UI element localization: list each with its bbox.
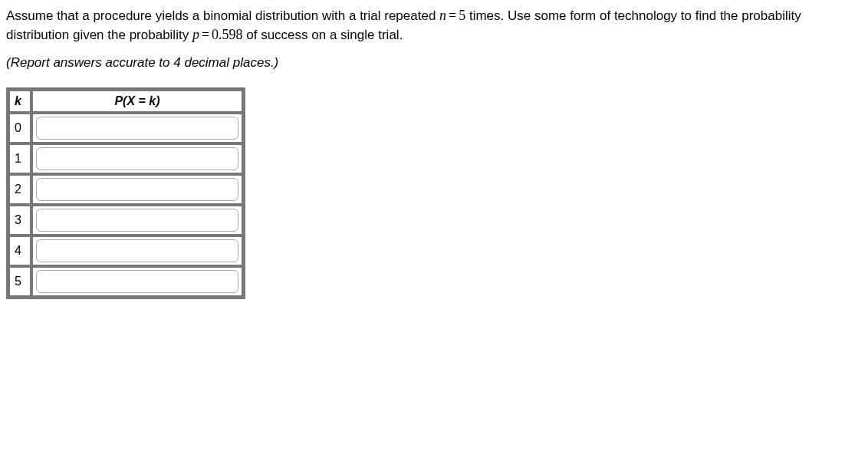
table-header-k: k (9, 91, 31, 112)
k-value: 2 (9, 175, 31, 204)
question-part3: of success on a single trial. (243, 28, 403, 42)
variable-n: n (439, 8, 446, 23)
table-row: 1 (9, 144, 242, 173)
k-value: 1 (9, 144, 31, 173)
table-row: 4 (9, 236, 242, 265)
answer-input-5[interactable] (36, 270, 238, 293)
answer-input-0[interactable] (36, 117, 238, 140)
value-n: 5 (459, 8, 465, 23)
table-row: 0 (9, 114, 242, 143)
k-value: 3 (9, 206, 31, 235)
answer-input-1[interactable] (36, 147, 238, 170)
question-text: Assume that a procedure yields a binomia… (6, 6, 862, 44)
distribution-table: k P(X = k) 0 1 2 3 4 5 (6, 87, 245, 299)
k-value: 5 (9, 267, 31, 296)
equals-sign: = (446, 8, 459, 23)
variable-p: p (192, 27, 199, 42)
k-value: 0 (9, 114, 31, 143)
table-row: 5 (9, 267, 242, 296)
equals-sign: = (199, 27, 212, 42)
question-part1: Assume that a procedure yields a binomia… (6, 8, 439, 23)
answer-input-4[interactable] (36, 239, 238, 262)
table-row: 2 (9, 175, 242, 204)
answer-input-2[interactable] (36, 178, 238, 201)
instruction-text: (Report answers accurate to 4 decimal pl… (6, 55, 862, 71)
table-row: 3 (9, 206, 242, 235)
k-value: 4 (9, 236, 31, 265)
table-header-p: P(X = k) (32, 91, 242, 112)
value-p: 0.598 (212, 27, 243, 42)
answer-input-3[interactable] (36, 209, 238, 232)
